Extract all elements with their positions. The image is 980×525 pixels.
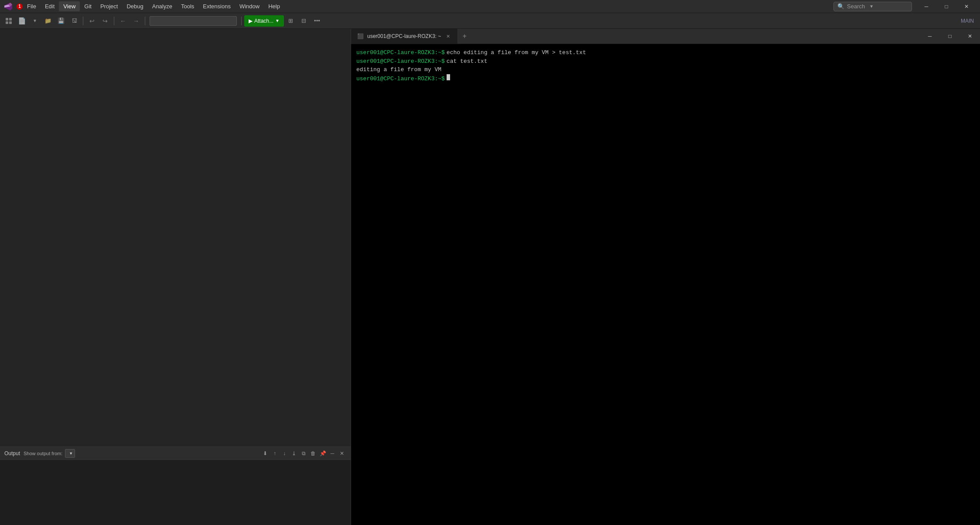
toolbar-separator-1 [83,17,83,25]
terminal-body[interactable]: user001@CPC-laure-ROZK3:~$ echo editing … [351,44,980,525]
terminal-tab-spacer [471,29,920,44]
output-scroll-end[interactable]: ⤓ [290,449,298,458]
output-collapse[interactable]: ─ [328,449,337,458]
toolbar-split-btn[interactable]: ⊟ [298,15,310,27]
svg-rect-2 [6,21,8,24]
toolbar-forward[interactable]: → [130,15,142,27]
menu-help[interactable]: Help [264,1,284,11]
toolbar-save[interactable]: 💾 [55,15,67,27]
menu-edit[interactable]: Edit [41,1,59,11]
toolbar-back[interactable]: ← [117,15,129,27]
terminal-line-1: user001@CPC-laure-ROZK3:~$ echo editing … [356,48,975,57]
terminal-cursor [447,74,450,80]
toolbar-new-file[interactable]: 📄 [16,15,28,27]
svg-rect-0 [6,18,8,21]
notification-badge: 1 [17,3,23,10]
play-icon: ▶ [249,18,253,24]
menu-git[interactable]: Git [80,1,96,11]
terminal-prompt-2: user001@CPC-laure-ROZK3:~$ [356,57,445,66]
terminal-tab-close[interactable]: ✕ [444,33,451,40]
output-controls: Show output from: ▼ [24,449,257,458]
main-content: Output Show output from: ▼ ⬇ ↑ ↓ ⤓ ⧉ 🗑 [0,29,980,525]
terminal-command-1: echo editing a file from my VM > test.tx… [447,48,586,57]
toolbar-separator-4 [241,17,242,25]
terminal-tab-bar: ⬛ user001@CPC-laure-ROZK3: ~ ✕ + ─ □ ✕ [351,29,980,44]
menu-tools[interactable]: Tools [177,1,198,11]
attach-label: Attach... [254,18,273,24]
menu-file[interactable]: File [23,1,41,11]
svg-rect-1 [9,18,12,21]
close-button[interactable]: ✕ [956,0,977,13]
search-dropdown-icon: ▼ [869,4,874,9]
menu-debug[interactable]: Debug [122,1,147,11]
terminal-maximize[interactable]: □ [940,29,960,44]
terminal-add-tab[interactable]: + [458,29,471,44]
show-output-from-label: Show output from: [24,451,62,456]
terminal-icon: ⬛ [357,33,364,39]
search-bar[interactable]: 🔍 Search ▼ [833,2,912,11]
output-copy[interactable]: ⧉ [299,449,308,458]
terminal-command-2: cat test.txt [447,57,488,66]
menu-view[interactable]: View [59,1,80,11]
toolbar-grid-btn[interactable]: ⊞ [285,15,297,27]
terminal-output-1: editing a file from my VM [356,65,975,74]
toolbar-save-all[interactable]: 🖫 [68,15,80,27]
maximize-button[interactable]: □ [936,0,956,13]
menu-analyze[interactable]: Analyze [148,1,177,11]
terminal-line-3: editing a file from my VM [356,65,975,74]
terminal-tab-title: user001@CPC-laure-ROZK3: ~ [367,33,441,39]
left-panel: Output Show output from: ▼ ⬇ ↑ ↓ ⤓ ⧉ 🗑 [0,29,351,525]
menu-bar: 1 File Edit View Git Project Debug Analy… [0,0,980,13]
output-source-dropdown[interactable]: ▼ [65,449,75,458]
toolbar-open[interactable]: 📁 [42,15,54,27]
terminal-line-2: user001@CPC-laure-ROZK3:~$ cat test.txt [356,57,975,66]
toolbar-btn-1[interactable] [3,15,15,27]
output-title: Output [4,450,20,456]
output-scroll-down[interactable]: ↓ [280,449,289,458]
output-source-chevron: ▼ [69,451,73,456]
search-icon: 🔍 [837,3,844,10]
terminal-prompt-1: user001@CPC-laure-ROZK3:~$ [356,48,445,57]
terminal-tab-1[interactable]: ⬛ user001@CPC-laure-ROZK3: ~ ✕ [351,29,458,44]
output-close[interactable]: ✕ [338,449,346,458]
toolbar: 📄 ▼ 📁 💾 🖫 ↩ ↪ ← → ▶ Attach... ▼ ⊞ ⊟ ••• … [0,13,980,29]
toolbar-redo[interactable]: ↪ [99,15,111,27]
output-pin[interactable]: 📌 [318,449,327,458]
menu-project[interactable]: Project [96,1,122,11]
output-scroll-up[interactable]: ↑ [270,449,279,458]
svg-rect-3 [9,21,12,24]
window-controls: ─ □ ✕ [916,0,977,13]
toolbar-dropdown[interactable] [150,16,237,26]
toolbar-separator-2 [114,17,114,25]
output-header: Output Show output from: ▼ ⬇ ↑ ↓ ⤓ ⧉ 🗑 [0,447,351,460]
main-label: MAIN [957,18,977,24]
minimize-button[interactable]: ─ [916,0,936,13]
toolbar-separator-3 [145,17,145,25]
terminal-window-controls: ─ □ ✕ [920,29,980,44]
editor-area[interactable] [0,29,351,446]
output-window-controls: ⬇ ↑ ↓ ⤓ ⧉ 🗑 📌 ─ ✕ [261,449,346,458]
output-scroll-lock[interactable]: ⬇ [261,449,270,458]
output-panel: Output Show output from: ▼ ⬇ ↑ ↓ ⤓ ⧉ 🗑 [0,446,351,525]
menu-window[interactable]: Window [235,1,264,11]
output-body [0,460,351,525]
terminal-close[interactable]: ✕ [960,29,980,44]
terminal-minimize[interactable]: ─ [920,29,940,44]
terminal-line-4: user001@CPC-laure-ROZK3:~$ [356,74,975,83]
menu-extensions[interactable]: Extensions [198,1,235,11]
terminal-prompt-3: user001@CPC-laure-ROZK3:~$ [356,75,445,83]
toolbar-chevron-down[interactable]: ▼ [29,15,41,27]
attach-dropdown-icon: ▼ [275,18,280,23]
app-logo [3,2,13,11]
toolbar-undo[interactable]: ↩ [86,15,98,27]
right-panel: ⬛ user001@CPC-laure-ROZK3: ~ ✕ + ─ □ ✕ u… [351,29,980,525]
output-clear[interactable]: 🗑 [309,449,318,458]
attach-button[interactable]: ▶ Attach... ▼ [244,15,284,27]
search-label: Search [847,3,865,10]
toolbar-more-btn[interactable]: ••• [311,15,323,27]
